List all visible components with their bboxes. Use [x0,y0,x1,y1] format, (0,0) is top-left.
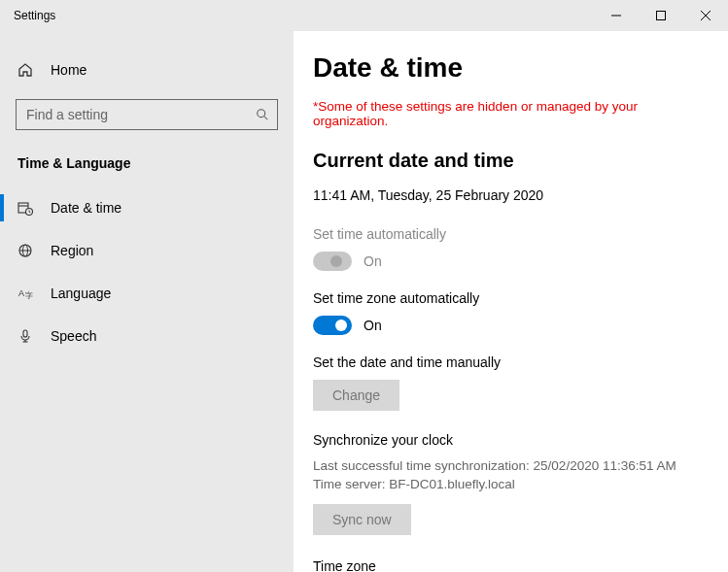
sidebar-item-date-time[interactable]: Date & time [0,186,294,229]
maximize-button[interactable] [639,0,683,31]
sidebar-item-region[interactable]: Region [0,229,294,272]
current-datetime-heading: Current date and time [313,150,714,172]
svg-line-10 [29,212,30,213]
sidebar: Home Time & Language Date & time Region … [0,31,294,572]
sync-now-button: Sync now [313,504,411,535]
change-button: Change [313,380,399,411]
close-button[interactable] [683,0,728,31]
globe-icon [17,243,33,258]
svg-text:A: A [18,288,24,298]
sidebar-home[interactable]: Home [0,50,294,89]
search-container [16,99,278,130]
org-warning: *Some of these settings are hidden or ma… [313,99,714,128]
page-title: Date & time [313,52,714,84]
svg-text:字: 字 [25,291,33,300]
sidebar-item-label: Region [51,243,93,258]
home-icon [17,62,33,78]
manual-label: Set the date and time manually [313,354,714,370]
svg-rect-16 [23,330,27,337]
sync-last: Last successful time synchronization: 25… [313,457,714,476]
svg-point-4 [258,110,265,118]
sidebar-item-language[interactable]: A字 Language [0,272,294,315]
sync-heading: Synchronize your clock [313,432,714,448]
sidebar-home-label: Home [51,62,87,78]
minimize-button[interactable] [594,0,639,31]
current-datetime-value: 11:41 AM, Tuesday, 25 February 2020 [313,187,714,203]
sidebar-item-speech[interactable]: Speech [0,315,294,357]
auto-zone-toggle[interactable] [313,316,352,335]
search-input[interactable] [16,99,278,130]
sidebar-item-label: Date & time [51,200,121,216]
calendar-clock-icon [17,200,33,216]
search-icon [255,107,270,122]
microphone-icon [17,328,33,344]
auto-time-label: Set time automatically [313,226,714,242]
svg-rect-1 [657,12,666,20]
sync-server: Time server: BF-DC01.bluefly.local [313,476,714,494]
auto-time-state: On [364,253,382,269]
content-pane: Date & time *Some of these settings are … [294,31,728,572]
window-title: Settings [14,9,594,22]
auto-zone-label: Set time zone automatically [313,290,714,306]
window-controls [594,0,728,31]
titlebar: Settings [0,0,728,31]
sidebar-item-label: Speech [51,328,96,344]
svg-line-5 [264,117,268,120]
auto-time-toggle [313,252,352,271]
language-icon: A字 [17,286,33,301]
auto-zone-state: On [364,318,382,333]
sidebar-item-label: Language [51,286,111,301]
sidebar-category: Time & Language [0,148,294,186]
timezone-label: Time zone [313,558,714,572]
